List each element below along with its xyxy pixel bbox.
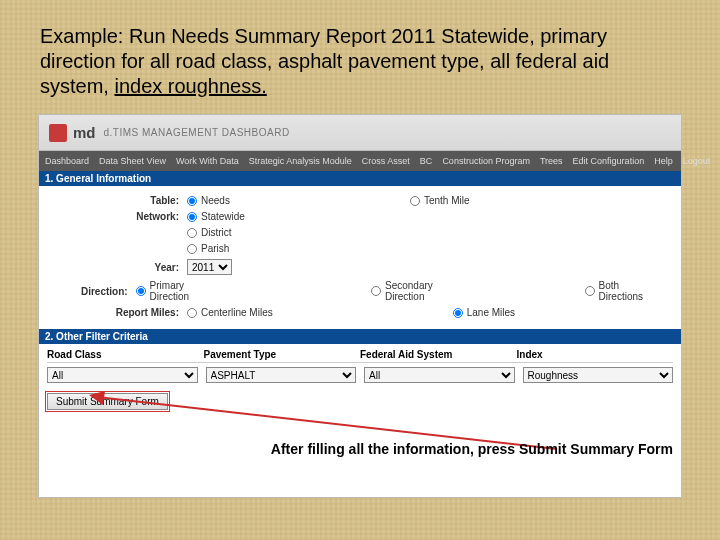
label-table: Table: (47, 195, 187, 206)
logo-subtitle: d.TIMS MANAGEMENT DASHBOARD (104, 127, 290, 138)
select-roadclass[interactable]: All (47, 367, 198, 383)
filter-row: All ASPHALT All Roughness (39, 367, 681, 383)
hdr-federal: Federal Aid System (360, 349, 517, 360)
filter-headers: Road Class Pavement Type Federal Aid Sys… (47, 346, 673, 363)
select-federal[interactable]: All (364, 367, 515, 383)
radio-primary[interactable] (136, 286, 146, 296)
nav-bc[interactable]: BC (420, 156, 433, 166)
select-pavement[interactable]: ASPHALT (206, 367, 357, 383)
radio-statewide[interactable] (187, 212, 197, 222)
opt-centerline[interactable]: Centerline Miles (187, 307, 273, 318)
nav-workdata[interactable]: Work With Data (176, 156, 239, 166)
opt-lanemiles[interactable]: Lane Miles (453, 307, 515, 318)
nav-datasheet[interactable]: Data Sheet View (99, 156, 166, 166)
submit-button[interactable]: Submit Summary Form (47, 393, 168, 410)
hdr-roadclass: Road Class (47, 349, 204, 360)
nav-logout[interactable]: Logout (683, 156, 711, 166)
section-general: 1. General Information (39, 171, 681, 186)
title-underlined: index roughness. (114, 75, 266, 97)
radio-tenthmile[interactable] (410, 196, 420, 206)
select-index[interactable]: Roughness (523, 367, 674, 383)
opt-primary[interactable]: Primary Direction (136, 280, 191, 302)
opt-district[interactable]: District (187, 227, 232, 238)
radio-both[interactable] (585, 286, 595, 296)
radio-parish[interactable] (187, 244, 197, 254)
nav-construction[interactable]: Construction Program (442, 156, 530, 166)
label-network: Network: (47, 211, 187, 222)
hdr-pavement: Pavement Type (204, 349, 361, 360)
nav-help[interactable]: Help (654, 156, 673, 166)
page-title: Example: Run Needs Summary Report 2011 S… (40, 24, 680, 99)
opt-tenthmile[interactable]: Tenth Mile (410, 195, 470, 206)
radio-needs[interactable] (187, 196, 197, 206)
logo: md (49, 124, 96, 142)
nav-editconfig[interactable]: Edit Configuration (573, 156, 645, 166)
opt-statewide[interactable]: Statewide (187, 211, 245, 222)
app-header: md d.TIMS MANAGEMENT DASHBOARD (39, 115, 681, 151)
label-direction: Direction: (47, 286, 136, 297)
nav-trees[interactable]: Trees (540, 156, 563, 166)
label-year: Year: (47, 262, 187, 273)
select-year[interactable]: 2011 (187, 259, 232, 275)
general-form: Table: Needs Tenth Mile Network: Statewi… (39, 186, 681, 329)
opt-secondary[interactable]: Secondary Direction (371, 280, 435, 302)
nav-bar: Dashboard Data Sheet View Work With Data… (39, 151, 681, 171)
section-other: 2. Other Filter Criteria (39, 329, 681, 344)
hdr-index: Index (517, 349, 674, 360)
label-miles: Report Miles: (47, 307, 187, 318)
opt-both[interactable]: Both Directions (585, 280, 643, 302)
app-window: md d.TIMS MANAGEMENT DASHBOARD Dashboard… (38, 114, 682, 498)
radio-lanemiles[interactable] (453, 308, 463, 318)
opt-parish[interactable]: Parish (187, 243, 229, 254)
radio-district[interactable] (187, 228, 197, 238)
nav-dashboard[interactable]: Dashboard (45, 156, 89, 166)
nav-crossasset[interactable]: Cross Asset (362, 156, 410, 166)
opt-needs[interactable]: Needs (187, 195, 230, 206)
logo-text: md (73, 124, 96, 141)
radio-secondary[interactable] (371, 286, 381, 296)
nav-strategic[interactable]: Strategic Analysis Module (249, 156, 352, 166)
caption: After filling all the information, press… (271, 441, 673, 457)
logo-icon (49, 124, 67, 142)
radio-centerline[interactable] (187, 308, 197, 318)
